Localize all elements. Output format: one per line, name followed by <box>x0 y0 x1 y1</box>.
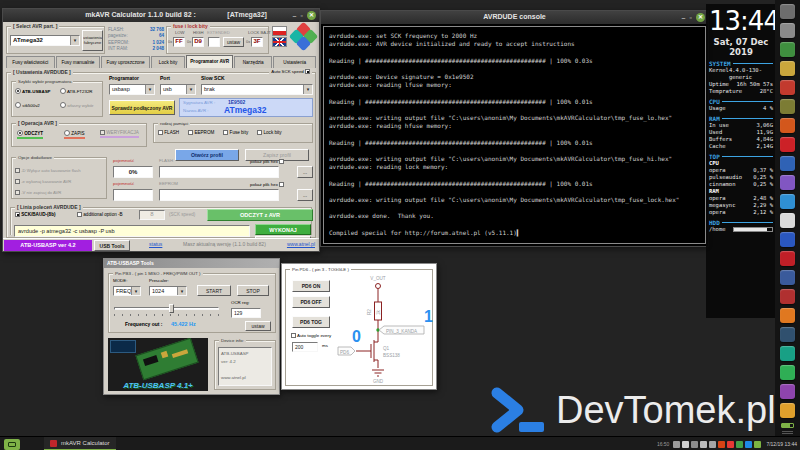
execute-button[interactable]: WYKONAJ <box>255 224 311 235</box>
tray-icon[interactable] <box>736 441 743 448</box>
fuse-ext-field[interactable] <box>208 37 220 47</box>
chevron-down-icon[interactable]: ▾ <box>186 85 195 94</box>
avrdude-command-input[interactable]: avrdude -p atmega32 -c usbasp -P usb <box>14 225 250 237</box>
memory-type-checkbox[interactable]: FLASH <box>158 130 179 135</box>
chevron-down-icon[interactable]: ▾ <box>145 85 154 94</box>
close-icon[interactable]: ✕ <box>696 13 705 22</box>
tray-icon[interactable] <box>718 441 725 448</box>
chevron-down-icon[interactable]: ▾ <box>70 36 79 45</box>
flash-browse-button[interactable]: ... <box>297 166 313 178</box>
dock-app-icon[interactable] <box>780 175 795 190</box>
usbasp-tools-titlebar[interactable]: ATB-USBASP Tools <box>104 259 279 268</box>
memory-type-checkbox[interactable]: Lock bity <box>257 130 281 135</box>
dock-app-icon[interactable] <box>780 80 795 95</box>
dock-app-icon[interactable] <box>780 365 795 380</box>
console-titlebar[interactable]: AVRDUDE console –▫✕ <box>321 11 708 24</box>
usb-tools-button[interactable]: USB Tools <box>94 240 130 251</box>
dock-app-icon[interactable] <box>780 251 795 266</box>
fuse-set-button[interactable]: ustaw <box>223 37 244 47</box>
tray-icon[interactable] <box>709 441 716 448</box>
tab-ustawienia[interactable]: Ustawienia <box>273 56 316 68</box>
tab-narzedzia[interactable]: Narzędzia <box>234 56 273 68</box>
radio-atb-usbasp[interactable]: ATB-USBASP <box>15 88 51 95</box>
chevron-down-icon[interactable]: ▾ <box>303 85 312 94</box>
dock-app-icon[interactable] <box>780 23 795 38</box>
interval-field[interactable]: 200 <box>292 342 318 352</box>
tray-icon[interactable] <box>691 441 698 448</box>
maximize-icon[interactable]: ▫ <box>301 11 303 20</box>
extra-option-checkbox[interactable]: -e wykonaj kasowanie AVR <box>15 176 80 187</box>
memory-type-checkbox[interactable]: Fuse bity <box>223 130 248 135</box>
tab-fusy-uproszczone[interactable]: Fusy uproszczone <box>101 56 150 68</box>
chevron-down-icon[interactable]: ▾ <box>131 287 140 295</box>
tab-programator-avr[interactable]: Programator AVR <box>186 55 233 68</box>
ocr-reg-field[interactable]: 129 <box>231 308 261 318</box>
tray-icon[interactable] <box>700 441 707 448</box>
tray-icon[interactable] <box>682 441 689 448</box>
tab-lock-bity[interactable]: Lock bity <box>151 56 185 68</box>
dock-app-icon[interactable] <box>780 42 795 57</box>
tray-icon[interactable] <box>673 441 680 448</box>
slow-sck-select[interactable]: brak▾ <box>201 84 313 95</box>
taskbar-clock[interactable]: 7/12/19 13:44 <box>766 441 797 447</box>
dock-app-icon[interactable] <box>780 270 795 285</box>
avr-part-select[interactable]: ATmega32▾ <box>10 35 80 46</box>
ocr-slider[interactable] <box>114 304 219 316</box>
sck-baud-checkbox[interactable]: SCK/BAUD-(8b) <box>15 212 55 217</box>
fuse-lock-field[interactable]: 3F <box>251 37 263 47</box>
status-link[interactable]: status <box>149 242 162 248</box>
slider-thumb[interactable] <box>169 304 174 313</box>
sck-value-field[interactable]: 8 <box>139 210 165 220</box>
dock-app-icon[interactable] <box>780 4 795 19</box>
dock-app-icon[interactable] <box>780 403 795 418</box>
tray-icon[interactable] <box>754 441 761 448</box>
minimize-icon[interactable]: – <box>682 13 686 22</box>
tray-icon[interactable] <box>727 441 734 448</box>
taskbar-window-button[interactable]: mkAVR Calculator <box>44 437 116 450</box>
additional-option-checkbox[interactable]: additional option -B <box>77 212 123 217</box>
read-from-avr-button[interactable]: ODCZYT z AVR <box>207 209 313 221</box>
close-icon[interactable]: ✕ <box>307 11 316 20</box>
dock-app-icon[interactable] <box>780 118 795 133</box>
radio-odczyt[interactable]: ODCZYT <box>17 130 43 139</box>
chevron-down-icon[interactable]: ▾ <box>177 287 186 295</box>
dock-app-icon[interactable] <box>780 384 795 399</box>
dock-app-icon[interactable] <box>780 61 795 76</box>
radio-wlasny-wybor[interactable]: własny wybór <box>60 102 94 109</box>
port-select[interactable]: usb▾ <box>160 84 196 95</box>
dock-app-icon[interactable] <box>780 308 795 323</box>
eeprom-browse-button[interactable]: ... <box>297 189 313 201</box>
extra-option-checkbox[interactable]: -D Wyłącz auto kasowanie flash <box>15 165 80 176</box>
dock-app-icon[interactable] <box>780 213 795 228</box>
dock-app-icon[interactable] <box>780 156 795 171</box>
factory-settings-button[interactable]: ustawienia fabryczne <box>82 30 103 51</box>
menu-button[interactable] <box>4 439 20 450</box>
dock-app-icon[interactable] <box>780 289 795 304</box>
radio-zapis[interactable]: ZAPIS <box>64 130 85 139</box>
mkavr-titlebar[interactable]: mkAVR Calculator 1.1.0 build 82 : [ATmeg… <box>3 9 319 22</box>
console-viewport[interactable]: avrdude.exe: set SCK frequency to 2000 H… <box>323 26 706 244</box>
ocr-set-button[interactable]: ustaw <box>245 321 271 331</box>
dock-app-icon[interactable] <box>780 232 795 247</box>
dock-app-icon[interactable] <box>780 346 795 361</box>
pd6-on-button[interactable]: PD6 ON <box>292 280 330 292</box>
dock-app-icon[interactable] <box>780 137 795 152</box>
check-avr-button[interactable]: Sprawdź podłączony AVR <box>109 100 175 115</box>
fuse-high-field[interactable]: D9 <box>192 37 204 47</box>
eeprom-file-field[interactable] <box>159 189 279 201</box>
dock-app-icon[interactable] <box>780 194 795 209</box>
minimize-icon[interactable]: – <box>293 11 297 20</box>
polish-flag-icon[interactable] <box>272 26 287 36</box>
flash-file-field[interactable] <box>159 166 279 178</box>
tray-icon[interactable] <box>745 441 752 448</box>
flash-show-hex-checkbox[interactable]: pokaż plik hex <box>250 159 284 165</box>
fuse-low-field[interactable]: FF <box>173 37 185 47</box>
tab-fusy-wlasciwosci[interactable]: Fusy właściwości <box>6 56 55 68</box>
checkbox-weryfikacja[interactable]: WERYFIKACJA <box>100 130 139 138</box>
prescaler-select[interactable]: 1024▾ <box>149 286 187 296</box>
start-button[interactable]: START <box>197 285 231 296</box>
auto-sck-checkbox[interactable]: Auto SCK speed <box>269 69 312 75</box>
uk-flag-icon[interactable] <box>272 37 287 47</box>
dock-app-icon[interactable] <box>780 99 795 114</box>
extra-option-checkbox[interactable]: -V nie zapisuj do AVR <box>15 187 80 198</box>
